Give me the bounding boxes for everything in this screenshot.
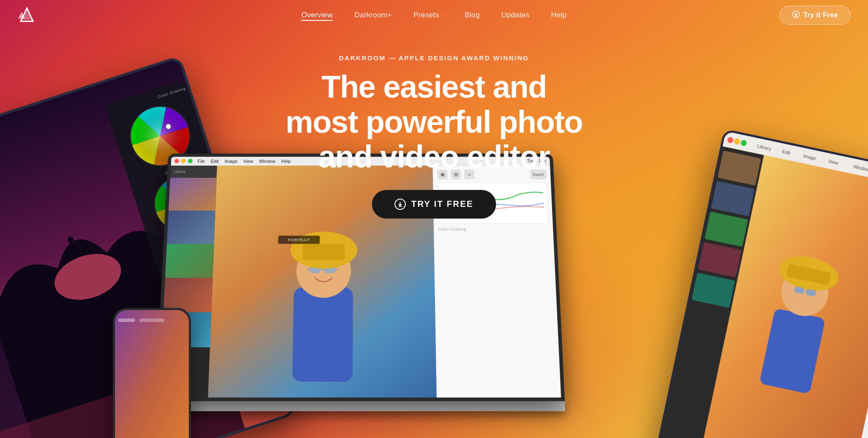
library-label: Library — [174, 170, 186, 173]
color-grading-section-label: Color Grading — [438, 227, 549, 232]
nav-item-blog[interactable]: Blog — [465, 11, 480, 20]
photo-thumb-1[interactable] — [168, 178, 216, 211]
photo-thumb-4[interactable] — [163, 278, 212, 312]
svg-rect-61 — [115, 310, 189, 438]
svg-rect-19 — [168, 178, 216, 211]
hero-section: Overview Darkroom+ Presets Blog Updates … — [0, 0, 868, 438]
close-dot[interactable] — [174, 159, 179, 163]
sidebar-header: Library — [170, 166, 217, 178]
nav-cta-label: Try it Free — [803, 11, 838, 19]
nav-item-overview[interactable]: Overview — [301, 11, 332, 20]
hero-cta-label: TRY IT FREE — [411, 199, 473, 209]
logo[interactable] — [17, 6, 36, 25]
color-grading-label: Color Grading — [157, 86, 187, 99]
nav-item-help[interactable]: Help — [551, 11, 567, 20]
download-circle-icon — [395, 199, 406, 210]
ipad-right: Library Edit Image View Window Help Tue … — [654, 129, 868, 438]
nav-item-presets[interactable]: Presets — [414, 11, 443, 20]
ipad-right-screen-svg: Library Edit Image View Window Help Tue … — [656, 131, 868, 438]
svg-text:PORTRAIT: PORTRAIT — [288, 238, 310, 242]
menu-edit[interactable]: Edit — [210, 159, 219, 163]
nav-item-updates[interactable]: Updates — [501, 11, 529, 20]
hero-eyebrow: DARKROOM — APPLE DESIGN AWARD WINNING — [282, 54, 586, 62]
menu-file[interactable]: File — [197, 159, 205, 163]
menu-window[interactable]: Window — [259, 159, 276, 163]
menu-view[interactable]: View — [243, 159, 253, 163]
minimize-dot[interactable] — [181, 159, 186, 163]
traffic-lights — [174, 159, 193, 163]
download-icon — [792, 10, 800, 20]
maximize-dot[interactable] — [188, 159, 193, 163]
iphone-screen-svg — [115, 310, 189, 438]
hero-content: DARKROOM — APPLE DESIGN AWARD WINNING Th… — [282, 54, 586, 219]
hero-title: The easiest and most powerful photo and … — [282, 69, 586, 174]
photo-thumb-3[interactable] — [165, 244, 214, 278]
svg-rect-62 — [118, 318, 135, 322]
nav-item-darkroom[interactable]: Darkroom+ — [355, 11, 392, 20]
iphone — [113, 308, 191, 438]
svg-rect-21 — [292, 288, 353, 382]
hero-try-free-button[interactable]: TRY IT FREE — [372, 190, 496, 219]
photo-thumb-2[interactable] — [167, 210, 215, 244]
svg-rect-29 — [303, 244, 345, 260]
navigation: Overview Darkroom+ Presets Blog Updates … — [0, 0, 868, 30]
menu-image[interactable]: Image — [224, 159, 237, 163]
svg-rect-63 — [139, 318, 164, 322]
nav-links: Overview Darkroom+ Presets Blog Updates … — [301, 11, 566, 20]
nav-try-free-button[interactable]: Try it Free — [779, 6, 851, 25]
macbook-base — [155, 401, 566, 411]
